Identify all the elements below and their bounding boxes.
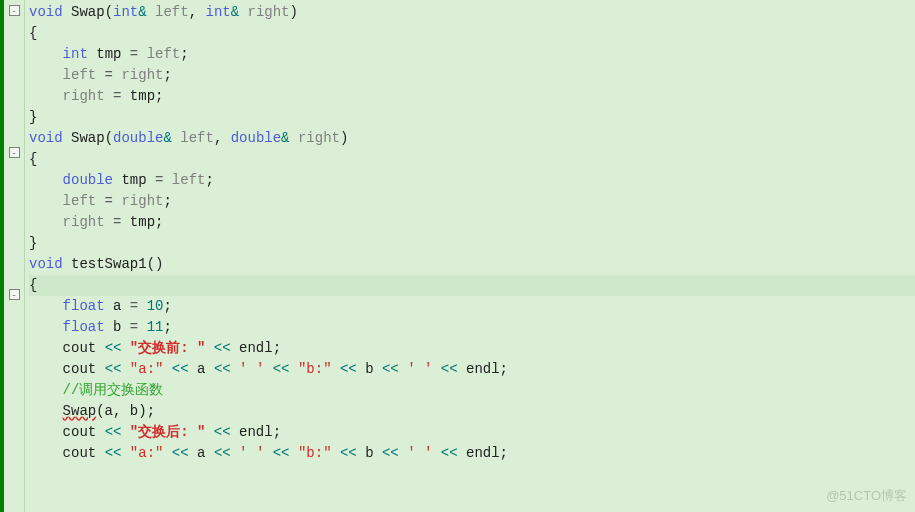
- func-name: Swap: [71, 4, 105, 20]
- code-line-current: {: [29, 275, 915, 296]
- keyword: void: [29, 4, 63, 20]
- code-line: {: [29, 23, 915, 44]
- type: double: [113, 130, 163, 146]
- param: left: [155, 4, 189, 20]
- code-line: {: [29, 149, 915, 170]
- string: "交换后: ": [130, 424, 206, 440]
- string: "a:": [130, 361, 164, 377]
- comment: //调用交换函数: [63, 382, 164, 398]
- param: right: [298, 130, 340, 146]
- param: right: [248, 4, 290, 20]
- param: left: [180, 130, 214, 146]
- code-line: right = tmp;: [29, 86, 915, 107]
- fold-toggle-icon[interactable]: -: [9, 147, 20, 158]
- keyword: void: [29, 256, 63, 272]
- number: 11: [147, 319, 164, 335]
- brace: }: [29, 235, 37, 251]
- code-line: cout << "a:" << a << ' ' << "b:" << b <<…: [29, 443, 915, 464]
- code-line: cout << "交换后: " << endl;: [29, 422, 915, 443]
- type: float: [63, 319, 105, 335]
- number: 10: [147, 298, 164, 314]
- fold-toggle-icon[interactable]: -: [9, 5, 20, 16]
- code-line: left = right;: [29, 65, 915, 86]
- code-line: //调用交换函数: [29, 380, 915, 401]
- type: int: [205, 4, 230, 20]
- code-line: float b = 11;: [29, 317, 915, 338]
- char: ' ': [407, 445, 432, 461]
- char: ' ': [239, 361, 264, 377]
- string: "b:": [298, 361, 332, 377]
- code-line: void Swap(int& left, int& right): [29, 2, 915, 23]
- func-call-error: Swap: [63, 403, 97, 419]
- code-line: left = right;: [29, 191, 915, 212]
- func-name: testSwap1: [71, 256, 147, 272]
- fold-gutter: - - -: [4, 0, 25, 512]
- brace: {: [29, 25, 37, 41]
- code-line: cout << "a:" << a << ' ' << "b:" << b <<…: [29, 359, 915, 380]
- brace: }: [29, 109, 37, 125]
- code-line: double tmp = left;: [29, 170, 915, 191]
- brace: {: [29, 277, 37, 293]
- code-line: }: [29, 107, 915, 128]
- brace: {: [29, 151, 37, 167]
- code-area[interactable]: void Swap(int& left, int& right) { int t…: [25, 0, 915, 512]
- code-line: right = tmp;: [29, 212, 915, 233]
- char: ' ': [239, 445, 264, 461]
- type: double: [63, 172, 113, 188]
- code-line: void Swap(double& left, double& right): [29, 128, 915, 149]
- fold-toggle-icon[interactable]: -: [9, 289, 20, 300]
- type: float: [63, 298, 105, 314]
- type: int: [113, 4, 138, 20]
- type: int: [63, 46, 88, 62]
- string: "交换前: ": [130, 340, 206, 356]
- code-editor: - - - void Swap(int& left, int& right) {…: [0, 0, 915, 512]
- func-name: Swap: [71, 130, 105, 146]
- string: "a:": [130, 445, 164, 461]
- string: "b:": [298, 445, 332, 461]
- type: double: [231, 130, 281, 146]
- code-line: float a = 10;: [29, 296, 915, 317]
- code-line: cout << "交换前: " << endl;: [29, 338, 915, 359]
- code-line: void testSwap1(): [29, 254, 915, 275]
- keyword: void: [29, 130, 63, 146]
- char: ' ': [407, 361, 432, 377]
- code-line: int tmp = left;: [29, 44, 915, 65]
- code-line: }: [29, 233, 915, 254]
- watermark: @51CTO博客: [826, 485, 907, 506]
- code-line: Swap(a, b);: [29, 401, 915, 422]
